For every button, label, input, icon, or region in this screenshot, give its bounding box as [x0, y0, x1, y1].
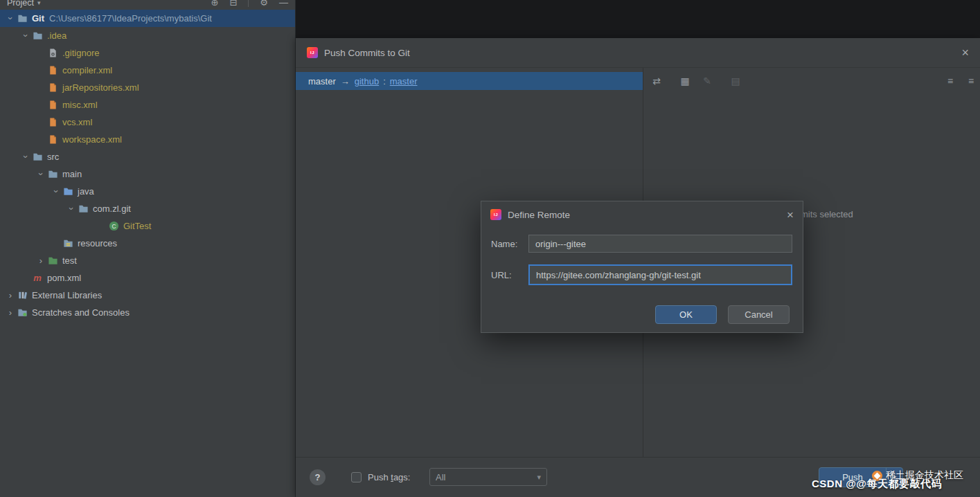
push-tags-select-value: All: [436, 472, 445, 482]
tree-item-java[interactable]: › java: [0, 183, 295, 200]
push-tags-label: Push tags:: [368, 472, 410, 482]
chevron-expanded-icon[interactable]: ›: [50, 187, 62, 196]
tree-item-misc-xml[interactable]: misc.xml: [0, 96, 295, 114]
chevron-expanded-icon[interactable]: ›: [65, 204, 78, 213]
chevron-expanded-icon[interactable]: ›: [35, 170, 47, 179]
project-panel-title: Project: [7, 0, 34, 8]
define-remote-titlebar[interactable]: IJ Define Remote ×: [481, 201, 803, 228]
ok-button[interactable]: OK: [655, 305, 717, 324]
edit-icon[interactable]: ✎: [698, 72, 716, 90]
chevron-collapsed-icon[interactable]: ›: [4, 308, 17, 317]
folder-icon: [32, 30, 43, 42]
locate-file-icon[interactable]: ⊕: [211, 0, 219, 8]
collapse-all-icon[interactable]: ⊟: [229, 0, 237, 8]
chevron-down-icon: ▾: [37, 0, 41, 6]
settings-gear-icon[interactable]: ⚙: [260, 0, 268, 8]
annotate-icon[interactable]: ▤: [727, 72, 745, 90]
show-details-grid-icon[interactable]: ▦: [676, 72, 694, 90]
source-root-folder-icon: [62, 186, 73, 197]
tree-item-compiler-xml[interactable]: compiler.xml: [0, 62, 295, 79]
xml-file-icon: [47, 134, 58, 145]
svg-text:C: C: [112, 223, 116, 230]
push-dialog-title: Push Commits to Git: [324, 48, 410, 58]
tree-item-external-libraries[interactable]: › External Libraries: [0, 287, 295, 304]
dialog-buttons: OK Cancel: [655, 305, 790, 324]
push-branch-row[interactable]: master → github : master: [296, 72, 643, 90]
tree-item-gittest-class[interactable]: C GitTest: [0, 217, 295, 235]
close-icon[interactable]: ×: [961, 46, 969, 59]
libraries-icon: [17, 290, 28, 301]
tree-item-pom-xml[interactable]: m pom.xml: [0, 269, 295, 287]
remote-link[interactable]: github: [355, 76, 379, 87]
chevron-expanded-icon[interactable]: ›: [19, 31, 32, 40]
remote-name-input[interactable]: [528, 235, 792, 253]
xml-file-icon: [47, 65, 58, 76]
arrow-right-icon: →: [341, 76, 350, 87]
chevron-expanded-icon[interactable]: ›: [19, 152, 32, 161]
project-view-selector[interactable]: Project ▾: [7, 0, 40, 8]
help-button[interactable]: ?: [310, 469, 326, 485]
tree-item-resources[interactable]: resources: [0, 235, 295, 252]
scratches-folder-icon: [17, 307, 28, 318]
remote-branch-link[interactable]: master: [390, 76, 418, 87]
remote-url-row: URL:: [491, 264, 792, 286]
folder-icon: [47, 169, 58, 180]
tree-item-gitignore[interactable]: .gitignore: [0, 44, 295, 62]
folder-icon: [32, 152, 43, 163]
cancel-button[interactable]: Cancel: [728, 305, 790, 324]
project-panel-header: Project ▾ ⊕ ⊟ ⚙ —: [0, 0, 295, 9]
tree-item-package-com-zl-git[interactable]: › com.zl.git: [0, 200, 295, 217]
xml-file-icon: [47, 100, 58, 111]
chevron-down-icon: ▾: [537, 473, 541, 482]
tree-item-idea-folder[interactable]: › .idea: [0, 27, 295, 44]
tree-item-vcs-xml[interactable]: vcs.xml: [0, 114, 295, 131]
define-remote-title: Define Remote: [508, 210, 570, 220]
resources-folder-icon: [62, 238, 73, 249]
push-dialog-titlebar: IJ Push Commits to Git ×: [296, 38, 980, 68]
chevron-collapsed-icon[interactable]: ›: [35, 256, 47, 265]
define-remote-dialog: IJ Define Remote × Name: URL: OK Cancel: [481, 201, 803, 333]
close-icon[interactable]: ×: [787, 209, 794, 221]
push-tags-checkbox[interactable]: [351, 472, 362, 482]
remote-name-label: Name:: [491, 239, 528, 249]
tree-item-src[interactable]: › src: [0, 148, 295, 165]
push-tags-select[interactable]: All ▾: [429, 468, 547, 486]
remote-url-label: URL:: [491, 270, 528, 280]
screen: Project ▾ ⊕ ⊟ ⚙ — › Git C:\Users\: [0, 0, 980, 497]
local-branch-label: master: [308, 76, 336, 87]
intellij-logo-icon: IJ: [307, 47, 318, 58]
hide-panel-icon[interactable]: —: [279, 0, 288, 8]
remote-name-row: Name:: [491, 233, 792, 254]
compare-branches-icon[interactable]: ⇄: [648, 72, 666, 90]
tree-item-workspace-xml[interactable]: workspace.xml: [0, 131, 295, 148]
class-icon: C: [108, 221, 119, 232]
csdn-watermark-text: CSDN @@每天都要敲代码: [812, 478, 942, 491]
toolbar-divider: [248, 0, 249, 7]
project-tool-window: Project ▾ ⊕ ⊟ ⚙ — › Git C:\Users\: [0, 0, 296, 497]
collapse-details-icon[interactable]: ≡: [962, 72, 980, 90]
project-tree: › Git C:\Users\86177\IdeaProjects\mybati…: [0, 10, 295, 321]
tree-item-main[interactable]: › main: [0, 165, 295, 183]
tree-item-jarrepositories-xml[interactable]: jarRepositories.xml: [0, 79, 295, 96]
xml-file-icon: [47, 82, 58, 93]
chevron-expanded-icon[interactable]: ›: [4, 14, 17, 23]
xml-file-icon: [47, 117, 58, 128]
expand-details-icon[interactable]: ≡: [941, 72, 959, 90]
project-root-folder-icon: [17, 13, 28, 24]
test-root-folder-icon: [47, 255, 58, 266]
package-folder-icon: [78, 204, 89, 215]
tree-item-scratches-and-consoles[interactable]: › Scratches and Consoles: [0, 304, 295, 321]
branch-separator: :: [383, 76, 386, 87]
gitignore-file-icon: [47, 48, 58, 59]
project-root-path: C:\Users\86177\IdeaProjects\mybatis\Git: [49, 13, 212, 24]
chevron-collapsed-icon[interactable]: ›: [4, 291, 17, 300]
remote-url-input[interactable]: [528, 264, 792, 285]
intellij-logo-icon: IJ: [490, 209, 501, 220]
project-root-name: Git: [32, 13, 44, 24]
maven-file-icon: m: [32, 273, 43, 284]
tree-item-test[interactable]: › test: [0, 252, 295, 269]
tree-item-git-root[interactable]: › Git C:\Users\86177\IdeaProjects\mybati…: [0, 10, 295, 27]
